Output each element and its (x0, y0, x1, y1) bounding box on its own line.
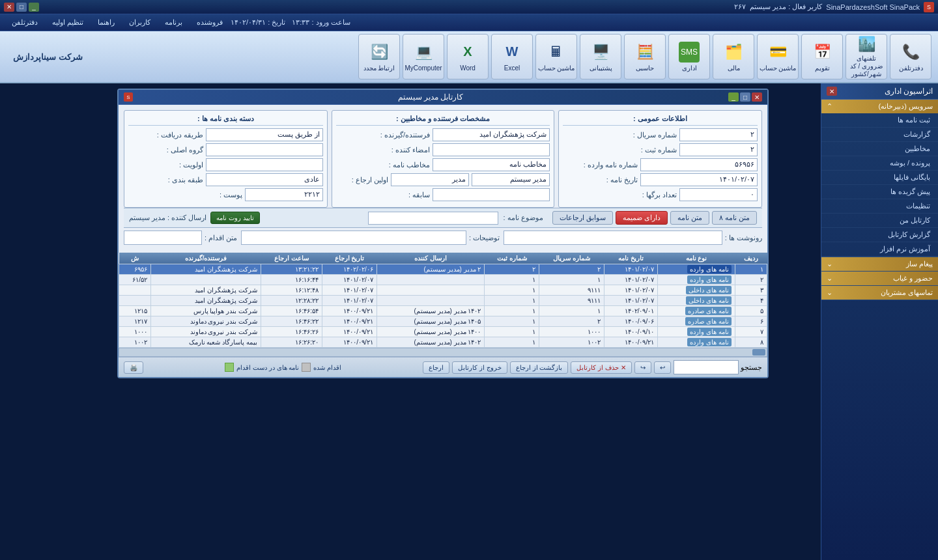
menu-furooshande[interactable]: فروشنده (190, 17, 229, 28)
sidebar-item-kartabol[interactable]: کارتابل من (821, 214, 938, 228)
toolbar-hasabi[interactable]: 🧮 حاسبی (624, 34, 666, 79)
dialog-maximize[interactable]: □ (740, 92, 750, 102)
sidebar-close[interactable]: ✕ (827, 87, 837, 96)
word-icon: W (502, 42, 522, 63)
toolbar-edari[interactable]: 🗂️ مالی (713, 34, 754, 79)
sidebar-title: اثراسیون اداری (885, 87, 933, 96)
sidebar-item-amozesh[interactable]: آموزش نرم افزار (821, 242, 938, 257)
table-cell: ۱۴۰۰/۰۹/۲۱ (322, 316, 377, 327)
table-row[interactable]: ۴نامه های داخلی۱۴۰۱/۰۲/۰۷۹۱۱۱۱۱۴۰۱/۰۲/۰۷… (119, 296, 767, 306)
user-info: کاربر فعال : مدیر سیستم (750, 3, 822, 11)
table-row[interactable]: ۱نامه های وارده۱۴۰۱/۰۲/۰۷۲۲۲ مدیر (مدیر … (119, 264, 767, 275)
forward-button[interactable]: ↪ (634, 361, 651, 374)
current-date: تاریخ : ۱۴۰۲/۰۴/۳۱ (231, 18, 285, 27)
sidebar-item-parvaneh[interactable]: پرونده / بوشه (821, 156, 938, 171)
dialog-window: ✕ □ _ کارتابل مدیر سیستم S اطلاعات عمومی… (117, 89, 769, 378)
table-cell: ۱۴۰۲ مدیر (مدیر سیستم) (377, 337, 485, 348)
print-button[interactable]: 🖨️ (124, 361, 143, 374)
sidebar-item-mokhatab[interactable]: مخاطبین (821, 142, 938, 156)
prev-label: سابقه : (378, 191, 430, 199)
sidebar-item-sabt[interactable]: ثبت نامه ها (821, 113, 938, 128)
general-info-section: اطلاعات عمومی : ۲ شماره سریال : ۲ شماره … (558, 110, 762, 208)
delete-label: حذف از کارتابل (576, 364, 619, 371)
table-cell: نامه های وارده (658, 264, 735, 275)
table-cell: ۹۱۱۱ (539, 296, 604, 306)
table-cell: ۶ (735, 316, 767, 327)
addressee-label: مخاطب نامه : (378, 161, 430, 169)
toolbar-calendar[interactable]: 📅 تقویم (801, 34, 843, 79)
table-cell: ۹۱۱۱ (539, 285, 604, 296)
action-text-value[interactable] (124, 231, 202, 245)
floor-label: طبقه بندی : (151, 176, 203, 184)
table-row[interactable]: ۸نامه های وارده۱۴۰۰/۰۹/۲۱۱۰۰۲۱۱۴۰۲ مدیر … (119, 337, 767, 348)
subject-value[interactable] (368, 212, 498, 225)
menu-rahnama[interactable]: راهنما (91, 17, 121, 28)
col-type: نوع نامه (658, 253, 735, 264)
sidebar-item-gozareshat[interactable]: گزارشات (821, 128, 938, 142)
toolbar-word[interactable]: W Excel (491, 34, 533, 79)
refer-button[interactable]: ارجاع (423, 361, 449, 374)
classification-title: دسته بندی نامه ها : (128, 115, 323, 126)
refer-label: ارجاع (429, 364, 444, 371)
edari-label: مالی (728, 64, 740, 72)
toolbar-mycomputer[interactable]: 💻 MyComputer (403, 34, 444, 79)
toolbar-daftar[interactable]: 📞 دفترتلفن (890, 34, 931, 79)
sidebar-item-pish[interactable]: پیش گزیده ها (821, 185, 938, 199)
table-row[interactable]: ۳نامه های داخلی۱۴۰۱/۰۲/۰۷۹۱۱۱۱۱۴۰۱/۰۲/۰۷… (119, 285, 767, 296)
horizontal-scrollbar[interactable] (119, 348, 767, 357)
tab-text-8[interactable]: متن نامه ۸ (712, 211, 757, 225)
floor-field: عادی طبقه بندی : (128, 173, 323, 186)
toolbar-support[interactable]: 🖥️ پشتیبانی (580, 34, 621, 79)
menu-karbaran[interactable]: کاربران (122, 17, 157, 28)
receive-method-value: از طریق پست (206, 128, 323, 141)
tab-attachments[interactable]: دارای ضمیمه (616, 211, 668, 225)
toolbar-reconnect[interactable]: 🔄 ارتباط مجدد (358, 34, 400, 79)
menu-daftar[interactable]: دفترتلفن (5, 17, 44, 28)
table-row[interactable]: ۲نامه های وارده۱۴۰۱/۰۲/۰۷۱۱۱۴۰۱/۰۲/۰۷۱۶:… (119, 275, 767, 285)
table-cell: ۶۱/۵۲ (119, 275, 151, 285)
sender-display-label: ارسال کننده : مدیر سیستم (129, 214, 206, 222)
floor-value: عادی (206, 173, 323, 186)
menu-tanzim[interactable]: تنظیم اولیه (46, 17, 90, 28)
toolbar-machine-hesab[interactable]: 🖩 ماشین حساب (535, 34, 577, 79)
tab-text[interactable]: متن نامه (670, 211, 709, 225)
toolbar-phone[interactable]: 🏙️ تلفنهای ضروری / کد شهر/کشور (846, 34, 887, 79)
menu-barnama[interactable]: برنامه (158, 17, 189, 28)
toolbar-sms[interactable]: SMS اداری (668, 34, 710, 79)
table-cell: ۱۲۱۵ (119, 306, 151, 316)
refresh-button[interactable]: ↩ (654, 361, 671, 374)
sidebar-tamasaha-title[interactable]: تماسهای مشتریان ⌄ (821, 286, 938, 300)
search-input[interactable] (674, 360, 739, 374)
dialog-close[interactable]: ✕ (752, 92, 762, 102)
table-row[interactable]: ۷نامه های وارده۱۴۰۰/۰۹/۱۰۱۰۰۰۱۱۴۰۰ مدیر … (119, 327, 767, 337)
table-cell (119, 296, 151, 306)
table-row[interactable]: ۵نامه های صادره۱۴۰۲/۰۹/۰۱۱۱۱۴۰۲ مدیر (مد… (119, 306, 767, 316)
sidebar-item-tanzim[interactable]: تنظیمات (821, 199, 938, 214)
close-button[interactable]: ✕ (4, 3, 14, 12)
desc-value[interactable] (241, 231, 466, 245)
approve-label: تایید روت نامه (216, 214, 254, 221)
notes-value[interactable] (504, 231, 722, 245)
sidebar-hozoor-title[interactable]: حضور و غیاب ⌄ (821, 272, 938, 285)
word-label: Excel (504, 64, 520, 72)
dialog-minimize[interactable]: _ (728, 92, 739, 102)
scroll-thumb[interactable] (752, 349, 765, 356)
approve-button[interactable]: تایید روت نامه (210, 212, 260, 224)
sidebar-payam-title[interactable]: پیغام ساز ⌄ (821, 257, 938, 271)
toolbar-excel[interactable]: X Word (447, 34, 489, 79)
exit-button[interactable]: خروج از کارتابل (452, 361, 507, 374)
table-cell: ۱۴۰۰ مدیر (مدیر سیستم) (377, 327, 485, 337)
table-cell: ۱۴۰۲/۰۹/۰۱ (604, 306, 658, 316)
minimize-button[interactable]: _ (29, 3, 39, 12)
tamasaha-arrow: ⌄ (827, 288, 832, 297)
sidebar-section-servis-title[interactable]: سرویس (دبیرخانه) ⌃ (821, 100, 938, 113)
sidebar-item-bayegani[interactable]: بایگانی فایلها (821, 171, 938, 185)
serial-label: شماره سریال : (625, 131, 677, 139)
table-row[interactable]: ۶نامه های صادره۱۴۰۰/۰۹/۰۶۲۱۱۴۰۵ مدیر (مد… (119, 316, 767, 327)
toolbar-mali[interactable]: 💳 ماشین حساب (757, 34, 799, 79)
tab-references[interactable]: سوابق ارجاعات (552, 211, 613, 225)
delete-button[interactable]: ✕ حذف از کارتابل (571, 361, 632, 374)
maximize-button[interactable]: □ (16, 3, 27, 12)
return-button[interactable]: بازگشت از ارجاع (510, 361, 569, 374)
sidebar-item-report-kartabol[interactable]: گزارش کارتابل (821, 228, 938, 242)
